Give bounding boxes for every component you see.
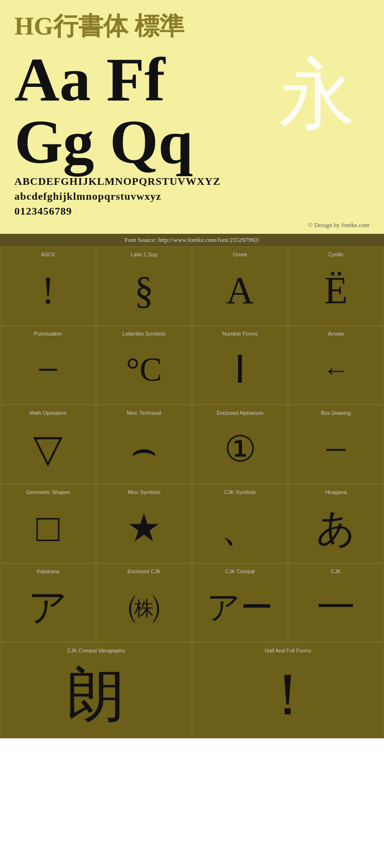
alphabet-upper: ABCDEFGHIJKLMNOPQRSTUVWXYZ <box>14 175 370 188</box>
glyph-cell: Katakanaア <box>0 563 96 642</box>
big-letters-1: Aa Ff <box>14 48 193 110</box>
bottom-glyph-cell: CJK Compat Ideographs朗 <box>0 642 192 738</box>
alphabet-lower: abcdefghijklmnopqrstuvwxyz <box>14 190 370 203</box>
glyph-cell: Box Drawing─ <box>288 405 384 484</box>
glyph-char: □ <box>36 497 60 559</box>
letter-preview: Aa Ff Gg Qq 永 <box>14 48 370 173</box>
glyph-cell: Math Operators▽ <box>0 405 96 484</box>
glyph-label: Misc Symbols <box>99 489 189 495</box>
glyph-char: ← <box>323 339 349 400</box>
glyph-label: Enclosed Alphanum <box>195 410 285 416</box>
glyph-char: ㈱ <box>128 577 160 638</box>
glyph-char: ① <box>224 418 256 480</box>
kanji-watermark: 永 <box>278 43 355 147</box>
glyph-char: あ <box>316 497 356 559</box>
bottom-glyph-char: 朗 <box>67 656 125 734</box>
glyph-cell: GreekΑ <box>192 246 288 326</box>
glyph-label: CJK Compat <box>195 568 285 574</box>
bottom-glyph-label: Half And Full Forms <box>195 648 381 653</box>
glyph-label: Misc Technical <box>99 410 189 416</box>
glyph-cell: Misc Technical⌢ <box>96 405 192 484</box>
glyph-cell: Arrows← <box>288 326 384 405</box>
glyph-cell: ASCII! <box>0 246 96 326</box>
glyph-cell: Latin 1 Sup§ <box>96 246 192 326</box>
glyph-label: Math Operators <box>3 410 93 416</box>
digits: 0123456789 <box>14 205 370 217</box>
glyph-label: Latin 1 Sup <box>99 252 189 257</box>
glyph-cell: CJK Symbols、 <box>192 484 288 563</box>
glyph-char: ⌢ <box>131 418 157 480</box>
glyph-cell: CJK一 <box>288 563 384 642</box>
glyph-char: ★ <box>127 497 161 559</box>
glyph-cell: Punctuation− <box>0 326 96 405</box>
glyph-cell: Misc Symbols★ <box>96 484 192 563</box>
glyph-label: Punctuation <box>3 331 93 337</box>
glyph-char: ▽ <box>33 418 63 480</box>
bottom-glyph-cell: Half And Full Forms！ <box>192 642 384 738</box>
glyph-char: ア <box>28 577 68 638</box>
bottom-glyph-char: ！ <box>259 656 317 734</box>
glyph-cell: Geometric Shapes□ <box>0 484 96 563</box>
glyph-char: Α <box>226 260 254 321</box>
glyph-label: Katakana <box>3 568 93 574</box>
glyph-char: ─ <box>327 418 346 480</box>
glyph-cell: Hiraganaあ <box>288 484 384 563</box>
glyph-label: Cyrillic <box>291 252 381 257</box>
glyph-grid: ASCII!Latin 1 Sup§GreekΑCyrillicЁPunctua… <box>0 246 384 642</box>
glyph-label: CJK <box>291 568 381 574</box>
glyph-label: ASCII <box>3 252 93 257</box>
glyph-label: Greek <box>195 252 285 257</box>
glyph-label: Enclosed CJK <box>99 568 189 574</box>
glyph-label: Geometric Shapes <box>3 489 93 495</box>
glyph-label: Arrows <box>291 331 381 337</box>
glyph-char: − <box>37 339 59 400</box>
glyph-cell: CyrillicЁ <box>288 246 384 326</box>
bottom-glyph-label: CJK Compat Ideographs <box>3 648 189 653</box>
glyph-char: °C <box>126 339 162 400</box>
glyph-cell: Enclosed Alphanum① <box>192 405 288 484</box>
glyph-char: ! <box>42 260 55 321</box>
glyph-char: Ё <box>324 260 348 321</box>
glyph-char: 一 <box>317 577 355 638</box>
glyph-label: Number Forms <box>195 331 285 337</box>
big-letters-2: Gg Qq <box>14 110 193 173</box>
glyph-char: § <box>134 260 154 321</box>
glyph-cell: Enclosed CJK㈱ <box>96 563 192 642</box>
glyph-char: 、 <box>221 497 259 559</box>
bottom-section: CJK Compat Ideographs朗Half And Full Form… <box>0 642 384 738</box>
glyph-label: Hiragana <box>291 489 381 495</box>
glyph-label: Box Drawing <box>291 410 381 416</box>
glyph-label: Letterlike Symbols <box>99 331 189 337</box>
glyph-char: アー <box>207 577 273 638</box>
font-title: HG行書体 標準 <box>14 10 370 43</box>
glyph-cell: CJK Compatアー <box>192 563 288 642</box>
header-section: HG行書体 標準 Aa Ff Gg Qq 永 ABCDEFGHIJKLMNOPQ… <box>0 0 384 234</box>
glyph-cell: Letterlike Symbols°C <box>96 326 192 405</box>
glyph-cell: Number FormsⅠ <box>192 326 288 405</box>
glyph-char: Ⅰ <box>234 339 246 400</box>
font-source: Font Source: http://www.fontke.com/font/… <box>0 234 384 246</box>
glyph-label: CJK Symbols <box>195 489 285 495</box>
copyright: © Design by fontke.com <box>14 221 370 229</box>
